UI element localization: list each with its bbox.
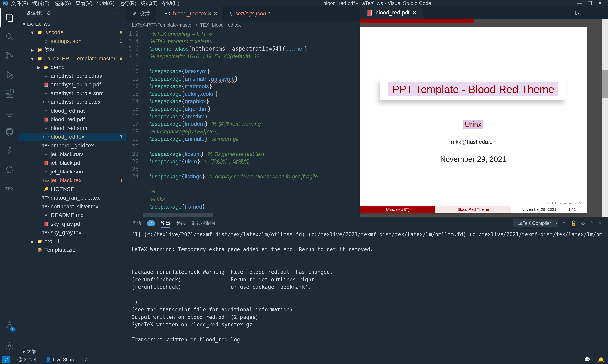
tree-item[interactable]: ▫amethyst_purple.nav: [19, 72, 126, 80]
tree-item[interactable]: TEXjet_black.tex3: [19, 176, 126, 185]
lock-icon[interactable]: 🔓: [570, 220, 576, 226]
account-icon[interactable]: 1: [0, 315, 19, 334]
tree-item[interactable]: ▾📁.vscode: [19, 28, 126, 37]
tree-item[interactable]: TEXnortheast_silver.tex: [19, 202, 126, 211]
tree-item[interactable]: 📕amethyst_purple.pdf: [19, 80, 126, 89]
tree-item[interactable]: 📕sky_gray.pdf: [19, 220, 126, 228]
pdf-icon: 📕: [366, 10, 373, 16]
tree-item[interactable]: {}settings.json1: [19, 37, 126, 46]
tree-item[interactable]: ▫blood_red.snm: [19, 124, 126, 132]
tree-item[interactable]: #README.md: [19, 211, 126, 220]
output-content[interactable]: [1] (c:/texlive/2021/texmf-dist/tex/late…: [126, 229, 608, 355]
maximize-icon[interactable]: ❐: [588, 0, 592, 6]
editor-tab[interactable]: ⚙设置: [126, 6, 156, 21]
tree-item[interactable]: ▫blood_red.nav: [19, 106, 126, 115]
output-channel-select[interactable]: LaTeX Compiler: [513, 219, 558, 227]
tree-item[interactable]: 🔑LICENSE: [19, 185, 126, 194]
svg-rect-9: [6, 110, 13, 115]
statusbar: ⇌ ⓧ 3 ⚠ 4 👤 Live Share ✓ 💬 🔔: [0, 355, 608, 364]
panel-tab-problems[interactable]: 问题: [132, 219, 141, 228]
tree-item[interactable]: ▸📁proj_1: [19, 237, 126, 246]
tree-item[interactable]: TEXamethyst_purple.tex: [19, 98, 126, 106]
settings-gear-icon[interactable]: [0, 336, 19, 355]
minimize-icon[interactable]: —: [577, 0, 582, 6]
editor-tabbar: ⚙设置TEXblood_red.tex 3✕{}settings.json 1⋯: [126, 6, 360, 21]
tree-item[interactable]: TEXmutou_ran_blue.tex: [19, 194, 126, 202]
github-icon[interactable]: [0, 122, 19, 141]
status-errors[interactable]: ⓧ 3 ⚠ 4: [16, 356, 38, 363]
pdf-viewer[interactable]: PPT Template - Blood Red Theme Urinx mkk…: [360, 19, 602, 217]
minimap[interactable]: [355, 29, 360, 217]
panel-tab-output[interactable]: 输出: [161, 219, 171, 228]
svg-rect-5: [6, 90, 9, 93]
close-icon[interactable]: ✕: [598, 0, 602, 6]
footer-date: November 29, 2021: [522, 207, 556, 212]
status-bell-icon[interactable]: 🔔: [596, 357, 606, 363]
outline-label: 大纲: [27, 349, 36, 354]
extensions-icon[interactable]: [0, 84, 19, 103]
status-feedback-icon[interactable]: 💬: [583, 357, 592, 363]
split-icon[interactable]: ◫: [585, 10, 591, 16]
editor-tab[interactable]: {}settings.json 1: [224, 6, 276, 21]
tree-item[interactable]: ▾📁LaTeX-PPT-Template-master: [19, 54, 126, 63]
tree-item[interactable]: 📦Template.zip: [19, 246, 126, 254]
panel-tab-terminal[interactable]: 终端: [176, 219, 186, 228]
run-icon[interactable]: [0, 65, 19, 84]
titlebar: 文件(F)编辑(E)选择(S)查看(V)转到(G)运行(R)终端(T)帮助(H)…: [0, 0, 608, 6]
pdf-tab[interactable]: 📕 blood_red.pdf ✕: [360, 6, 423, 19]
breadcrumb-item[interactable]: LaTeX-PPT-Template-master: [132, 22, 193, 28]
close-icon[interactable]: ✕: [412, 10, 417, 16]
svg-point-0: [6, 34, 11, 38]
svg-rect-6: [6, 94, 9, 97]
code-content[interactable]: %!TeX encoding = UTF-8 %!TeX program = x…: [144, 29, 355, 217]
tree-item[interactable]: ▸📁资料: [19, 46, 126, 54]
tree-item[interactable]: ▫amethyst_purple.snm: [19, 89, 126, 98]
sidebar-title: 资源管理器: [26, 10, 51, 16]
chevron-right-icon: ›: [196, 22, 197, 28]
pdf-vertical-scrollbar[interactable]: [602, 19, 608, 217]
editor-tab[interactable]: TEXblood_red.tex 3✕: [156, 6, 224, 21]
more-icon[interactable]: ⋯: [348, 11, 354, 17]
chevron-up-icon[interactable]: ⌃: [590, 220, 594, 226]
explorer-icon[interactable]: [0, 8, 19, 27]
sidebar-more-icon[interactable]: ⋯: [113, 10, 119, 17]
latex-icon[interactable]: TEX: [0, 179, 19, 198]
status-check-icon[interactable]: ✓: [82, 357, 90, 363]
filter-icon[interactable]: ≡: [563, 220, 566, 226]
source-control-icon[interactable]: [0, 46, 19, 65]
slide-footer: Urinx (HUST) Blood Red Theme November 29…: [360, 206, 587, 213]
close-panel-icon[interactable]: ✕: [598, 220, 602, 226]
status-liveshare[interactable]: 👤 Live Share: [44, 357, 77, 363]
tree-item[interactable]: TEXblood_red.tex3: [19, 132, 126, 141]
outline-header[interactable]: ▸大纲: [19, 347, 126, 355]
more-icon[interactable]: ⋯: [596, 10, 602, 16]
tree-item[interactable]: TEXemperor_gold.tex: [19, 141, 126, 150]
liveshare-icon[interactable]: [0, 141, 19, 160]
search-icon[interactable]: [0, 27, 19, 46]
remote-indicator[interactable]: ⇌: [2, 356, 10, 363]
tree-item[interactable]: ▸📂demo: [19, 63, 126, 72]
window-title: blood_red.pdf - LaTeX_ws - Visual Studio…: [181, 0, 573, 6]
tree-item[interactable]: ▫jet_black.snm: [19, 167, 126, 176]
tree-item[interactable]: TEXsky_gray.tex: [19, 228, 126, 237]
sidebar-workspace-header[interactable]: ▾LATEX_WS: [19, 20, 126, 28]
slide-title: PPT Template - Blood Red Theme: [388, 82, 558, 96]
footer-page: 1 / 1: [568, 207, 576, 212]
horizontal-scrollbar[interactable]: [144, 213, 282, 217]
sync-icon[interactable]: [0, 160, 19, 179]
tree-item[interactable]: ▫jet_black.nav: [19, 150, 126, 159]
breadcrumb-item[interactable]: blood_red.tex: [212, 22, 241, 28]
panel-tab-debug[interactable]: 调试控制台: [192, 219, 215, 228]
slide-email: mkk@hust.edu.cn: [451, 139, 496, 145]
tree-item[interactable]: 📕jet_black.pdf: [19, 159, 126, 167]
breadcrumb[interactable]: LaTeX-PPT-Template-master › TEX blood_re…: [126, 21, 360, 29]
file-tree: ▾📁.vscode{}settings.json1▸📁资料▾📁LaTeX-PPT…: [19, 28, 126, 347]
app-logo: [2, 0, 8, 6]
editor-area[interactable]: 1 2 3 4 5 6 7 8 9 10 11 12 13 14 15 16 1…: [126, 29, 360, 217]
editor-group: ⚙设置TEXblood_red.tex 3✕{}settings.json 1⋯…: [126, 6, 360, 217]
slide-nav-icons: ◂ ◂ ▸ ▸ ≡ ≡ ⊙ ↻: [547, 201, 583, 205]
clear-icon[interactable]: ⊘: [581, 220, 585, 226]
remote-explorer-icon[interactable]: [0, 103, 19, 122]
tree-item[interactable]: 📕blood_red.pdf: [19, 115, 126, 124]
run-icon[interactable]: ▷: [575, 10, 580, 16]
